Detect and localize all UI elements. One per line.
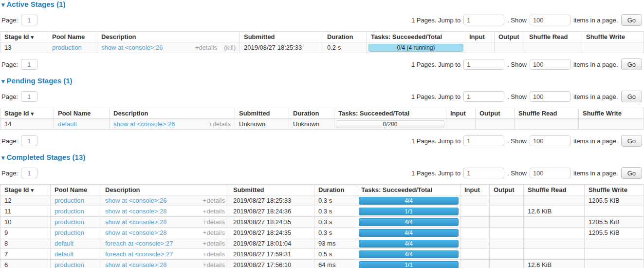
details-toggle[interactable]: +details xyxy=(195,44,217,51)
details-toggle[interactable]: +details xyxy=(209,120,231,128)
description-link[interactable]: show at <console>:28 xyxy=(105,261,166,268)
column-header-stage-id[interactable]: Stage Id▾ xyxy=(0,185,51,195)
column-header-stage-id[interactable]: Stage Id▾ xyxy=(0,32,48,42)
column-header-stage-id[interactable]: Stage Id▾ xyxy=(0,108,54,119)
section-title-pending-stages[interactable]: ▾Pending Stages (1) xyxy=(1,77,644,85)
page-number-input[interactable] xyxy=(21,168,37,178)
column-header-duration[interactable]: Duration xyxy=(314,185,357,195)
go-button[interactable]: Go xyxy=(621,14,642,26)
column-header-duration[interactable]: Duration xyxy=(289,108,334,119)
pool-name-link[interactable]: production xyxy=(55,197,84,204)
column-header-submitted[interactable]: Submitted xyxy=(235,108,289,119)
pool-name-cell: production xyxy=(51,217,101,228)
shuffle-write-cell xyxy=(585,260,644,268)
go-button[interactable]: Go xyxy=(621,91,642,102)
column-header-tasks[interactable]: Tasks: Succeeded/Total xyxy=(367,32,465,42)
duration-cell: Unknown xyxy=(289,119,334,130)
column-header-shuffle-write[interactable]: Shuffle Write xyxy=(579,108,644,119)
column-header-output[interactable]: Output xyxy=(490,185,524,195)
jump-to-input[interactable] xyxy=(463,135,504,146)
column-header-output[interactable]: Output xyxy=(495,32,525,42)
pool-name-link[interactable]: production xyxy=(55,261,84,268)
column-header-shuffle-read[interactable]: Shuffle Read xyxy=(525,32,582,42)
details-toggle[interactable]: +details xyxy=(203,208,225,215)
pool-name-link[interactable]: production xyxy=(55,218,84,226)
pool-name-link[interactable]: default xyxy=(58,120,77,128)
description-link[interactable]: show at <console>:26 xyxy=(101,44,163,51)
completed-stages-table: Stage Id▾ Pool Name Description Submitte… xyxy=(0,184,644,268)
pool-name-link[interactable]: production xyxy=(55,229,84,236)
details-toggle[interactable]: +details xyxy=(203,250,225,258)
column-header-output[interactable]: Output xyxy=(476,108,515,119)
details-toggle[interactable]: +details xyxy=(203,261,225,268)
pool-name-link[interactable]: production xyxy=(52,44,82,51)
page-number-input[interactable] xyxy=(21,15,37,25)
section-title-completed-stages[interactable]: ▾Completed Stages (13) xyxy=(1,153,644,162)
pool-name-cell: production xyxy=(51,260,101,268)
show-count-input[interactable] xyxy=(530,135,570,146)
shuffle-write-cell xyxy=(582,42,644,53)
description-cell: show at <console>:26 +details xyxy=(110,119,235,130)
column-header-submitted[interactable]: Submitted xyxy=(240,32,323,42)
column-header-description[interactable]: Description xyxy=(101,185,229,195)
description-link[interactable]: show at <console>:28 xyxy=(105,229,166,236)
go-button[interactable]: Go xyxy=(621,135,642,147)
page-number-input[interactable] xyxy=(21,135,37,146)
description-link[interactable]: show at <console>:28 xyxy=(105,208,166,215)
description-link[interactable]: show at <console>:26 xyxy=(113,120,175,128)
pool-name-link[interactable]: default xyxy=(55,240,74,247)
section-title-text: Active Stages (1) xyxy=(7,0,66,8)
column-header-shuffle-write[interactable]: Shuffle Write xyxy=(582,32,644,42)
column-header-shuffle-read[interactable]: Shuffle Read xyxy=(524,185,585,195)
column-header-submitted[interactable]: Submitted xyxy=(229,185,314,195)
page-number-input[interactable] xyxy=(21,59,37,70)
details-toggle[interactable]: +details xyxy=(203,229,225,236)
description-cell: foreach at <console>:27 +details xyxy=(101,249,229,260)
column-header-input[interactable]: Input xyxy=(446,108,476,119)
column-header-tasks[interactable]: Tasks: Succeeded/Total xyxy=(357,185,460,195)
jump-to-input[interactable] xyxy=(463,15,504,25)
column-header-input[interactable]: Input xyxy=(465,32,495,42)
go-button[interactable]: Go xyxy=(621,167,642,179)
pagination-left: Page: xyxy=(1,59,37,70)
jump-to-input[interactable] xyxy=(463,59,504,70)
description-link[interactable]: foreach at <console>:27 xyxy=(105,250,173,258)
column-header-input[interactable]: Input xyxy=(460,185,490,195)
tasks-progress-bar: 0/4 (4 running) xyxy=(368,44,463,52)
section-title-active-stages[interactable]: ▾Active Stages (1) xyxy=(1,0,644,9)
duration-cell: 0.3 s xyxy=(314,195,357,206)
pagination-bar: Page: 1 Pages. Jump to . Show items in a… xyxy=(0,135,644,147)
details-toggle[interactable]: +details xyxy=(203,218,225,226)
column-header-pool-name[interactable]: Pool Name xyxy=(48,32,97,42)
page-number-input[interactable] xyxy=(21,91,37,102)
show-count-input[interactable] xyxy=(530,59,570,70)
column-header-description[interactable]: Description xyxy=(97,32,240,42)
tasks-cell: 0/200 xyxy=(334,119,446,130)
pool-name-cell: default xyxy=(51,238,101,249)
jump-to-input[interactable] xyxy=(463,168,504,178)
kill-link[interactable]: (kill) xyxy=(224,44,236,51)
stage-row: 13 production show at <console>:26 +deta… xyxy=(0,42,644,53)
details-toggle[interactable]: +details xyxy=(203,240,225,247)
description-link[interactable]: show at <console>:26 xyxy=(105,197,166,204)
description-link[interactable]: show at <console>:28 xyxy=(105,218,166,226)
column-header-duration[interactable]: Duration xyxy=(323,32,367,42)
table-header-row: Stage Id▾ Pool Name Description Submitte… xyxy=(0,108,644,119)
details-toggle[interactable]: +details xyxy=(203,197,225,204)
column-header-tasks[interactable]: Tasks: Succeeded/Total xyxy=(334,108,446,119)
column-header-pool-name[interactable]: Pool Name xyxy=(54,108,110,119)
column-header-description[interactable]: Description xyxy=(110,108,235,119)
description-link[interactable]: foreach at <console>:27 xyxy=(105,240,173,247)
show-label: . Show xyxy=(507,170,527,177)
show-count-input[interactable] xyxy=(530,15,570,25)
go-button[interactable]: Go xyxy=(621,58,642,70)
pool-name-link[interactable]: default xyxy=(55,250,74,258)
show-count-input[interactable] xyxy=(530,168,570,178)
pool-name-link[interactable]: production xyxy=(55,208,84,215)
show-count-input[interactable] xyxy=(530,91,570,102)
column-header-pool-name[interactable]: Pool Name xyxy=(51,185,101,195)
column-header-shuffle-read[interactable]: Shuffle Read xyxy=(515,108,579,119)
column-header-shuffle-write[interactable]: Shuffle Write xyxy=(585,185,644,195)
jump-to-input[interactable] xyxy=(463,91,504,102)
tasks-progress-bar: 0/200 xyxy=(336,120,444,128)
